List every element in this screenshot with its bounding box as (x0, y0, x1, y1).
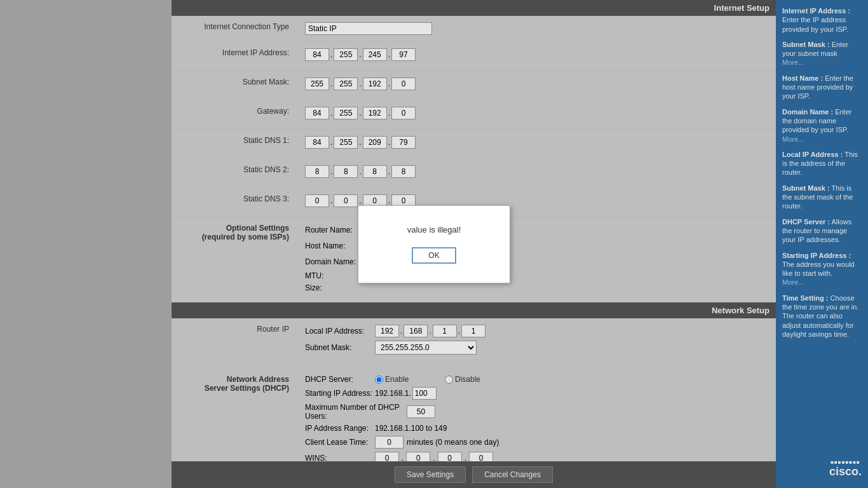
modal-ok-button[interactable]: OK (412, 247, 456, 264)
modal-box: value is illegal! OK (358, 205, 510, 283)
modal-message: value is illegal! (384, 225, 484, 234)
modal-overlay: value is illegal! OK (0, 0, 868, 488)
